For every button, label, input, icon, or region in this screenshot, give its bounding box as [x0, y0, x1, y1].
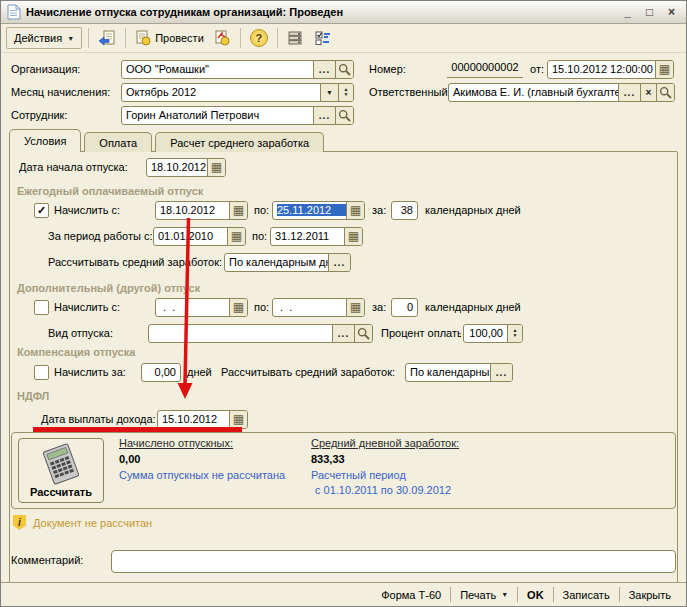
compensation-days-field[interactable]: 0,00: [141, 363, 181, 382]
additional-accrue-checkbox[interactable]: [34, 300, 49, 315]
magnifier-icon[interactable]: [656, 84, 674, 101]
close-form-button[interactable]: Закрыть: [620, 583, 680, 606]
group-compensation-title: Компенсация отпуска: [17, 346, 135, 358]
print-button[interactable]: Печать ▼: [451, 583, 517, 606]
spinner-icon[interactable]: ▲▼: [338, 84, 353, 101]
document-icon: [7, 4, 21, 20]
calendar-icon[interactable]: ▦: [346, 299, 364, 316]
ok-button[interactable]: OK: [518, 583, 553, 606]
annual-days-field[interactable]: 38: [391, 201, 418, 220]
accrued-label: Начислено отпускных:: [119, 437, 233, 449]
list-icon: [288, 31, 303, 45]
browse-icon[interactable]: ...: [490, 364, 512, 381]
percent-label: Процент оплаты:: [381, 327, 461, 339]
work-period-to-field[interactable]: 31.12.2011 ▦: [270, 227, 363, 246]
list-structure-button[interactable]: [284, 27, 308, 49]
save-button[interactable]: Записать: [554, 583, 619, 606]
compensation-days-suffix: дней: [187, 366, 217, 378]
responsible-field[interactable]: Акимова Е. И. (главный бухгалте ... ×: [448, 83, 675, 102]
date-from-label: от:: [530, 63, 544, 75]
vacation-kind-row: Вид отпуска: ... Процент оплаты: 100,00 …: [48, 323, 523, 343]
clear-icon[interactable]: ×: [640, 84, 656, 101]
calculator-icon: [38, 443, 84, 485]
form-t60-button[interactable]: Форма Т-60: [372, 583, 450, 606]
compensation-avg-field[interactable]: По календарным дням ...: [405, 363, 513, 382]
help-icon: ?: [250, 29, 268, 47]
calendar-icon[interactable]: ▦: [229, 411, 247, 428]
calendar-icon[interactable]: ▦: [229, 202, 247, 219]
browse-icon[interactable]: ...: [332, 325, 354, 342]
annual-to-field[interactable]: 25.11.2012 ▦: [272, 201, 365, 220]
calendar-icon[interactable]: ▦: [229, 299, 247, 316]
additional-days-field[interactable]: 0: [391, 298, 418, 317]
browse-icon[interactable]: ...: [313, 107, 335, 124]
annual-avg-field[interactable]: По календарным дня ...: [224, 253, 351, 272]
maximize-button[interactable]: □: [641, 5, 658, 19]
calendar-icon[interactable]: ▦: [207, 159, 225, 176]
additional-to-field[interactable]: . . ▦: [272, 298, 365, 317]
pay-date-field[interactable]: 15.10.2012 ▦: [157, 410, 248, 429]
status-row: i Документ не рассчитан: [13, 515, 152, 530]
magnifier-icon[interactable]: [335, 61, 353, 78]
help-button[interactable]: ?: [247, 27, 271, 49]
work-period-to-label: по:: [252, 230, 270, 242]
employee-field[interactable]: Горин Анатолий Петрович ...: [121, 106, 354, 125]
number-label: Номер:: [369, 63, 447, 75]
responsible-row: Ответственный: Акимова Е. И. (главный бу…: [369, 82, 675, 102]
employee-label: Сотрудник:: [11, 109, 121, 121]
cancel-posting-button[interactable]: [210, 27, 234, 49]
calculate-button[interactable]: Рассчитать: [18, 438, 104, 503]
save-close-icon: [98, 30, 116, 46]
tab-bar: Условия Оплата Расчет среднего заработка: [9, 130, 327, 152]
save-close-button[interactable]: [95, 27, 119, 49]
org-field[interactable]: ООО "Ромашки" ...: [121, 60, 354, 79]
additional-accrue-label: Начислить с:: [54, 301, 155, 313]
calendar-icon[interactable]: ▦: [227, 228, 245, 245]
calendar-icon[interactable]: ▦: [346, 202, 364, 219]
tab-average-earnings[interactable]: Расчет среднего заработка: [155, 132, 324, 152]
browse-icon[interactable]: ...: [618, 84, 640, 101]
browse-icon[interactable]: ...: [328, 254, 350, 271]
toolbar-separator: [88, 28, 89, 48]
start-date-label: Дата начала отпуска:: [19, 161, 146, 173]
list-settings-button[interactable]: [311, 27, 335, 49]
dropdown-arrow-icon: ▼: [67, 35, 74, 42]
avg-daily-value: 833,33: [311, 453, 345, 465]
percent-field[interactable]: 100,00 ▲▼: [463, 324, 523, 343]
compensation-checkbox[interactable]: [34, 365, 49, 380]
magnifier-icon[interactable]: [354, 325, 372, 342]
additional-from-field[interactable]: . . ▦: [155, 298, 248, 317]
start-date-field[interactable]: 18.10.2012 ▦: [146, 158, 226, 177]
work-period-from-field[interactable]: 01.01.2010 ▦: [153, 227, 246, 246]
document-datetime-field[interactable]: 15.10.2012 12:00:00 ▦: [547, 60, 674, 79]
magnifier-icon[interactable]: [335, 107, 353, 124]
close-button[interactable]: ×: [663, 5, 680, 19]
calendar-icon[interactable]: ▦: [344, 228, 362, 245]
additional-to-label: по:: [254, 301, 272, 313]
calendar-icon[interactable]: ▦: [655, 61, 673, 78]
spinner-icon[interactable]: ▲▼: [507, 325, 522, 342]
tab-conditions[interactable]: Условия: [9, 129, 81, 152]
tab-payment[interactable]: Оплата: [84, 132, 152, 152]
browse-icon[interactable]: ...: [313, 61, 335, 78]
vacation-kind-field[interactable]: ...: [148, 324, 373, 343]
annual-from-field[interactable]: 18.10.2012 ▦: [155, 201, 248, 220]
post-button[interactable]: Провести: [132, 27, 207, 49]
actions-label: Действия: [14, 32, 62, 44]
post-label: Провести: [155, 32, 204, 44]
additional-days-suffix: календарных дней: [425, 301, 521, 313]
month-label: Месяц начисления:: [11, 86, 121, 98]
compensation-avg-label: Рассчитывать средний заработок:: [221, 366, 399, 378]
work-period-label: За период работы с:: [48, 230, 153, 242]
minimize-button[interactable]: _: [619, 5, 636, 19]
dropdown-arrow-icon[interactable]: ▼: [320, 84, 338, 101]
status-message: Документ не рассчитан: [33, 517, 152, 529]
actions-menu-button[interactable]: Действия ▼: [6, 27, 82, 49]
comment-input[interactable]: [111, 550, 676, 573]
document-datetime-value: 15.10.2012 12:00:00: [552, 63, 655, 75]
avg-daily-label: Средний дневной заработок:: [311, 437, 459, 449]
annual-accrue-checkbox[interactable]: ✓: [34, 203, 49, 218]
title-bar: Начисление отпуска сотрудникам организац…: [1, 1, 686, 24]
compensation-row: Начислить за: 0,00 дней Рассчитывать сре…: [34, 362, 513, 382]
month-field[interactable]: Октябрь 2012 ▼ ▲▼: [121, 83, 354, 102]
